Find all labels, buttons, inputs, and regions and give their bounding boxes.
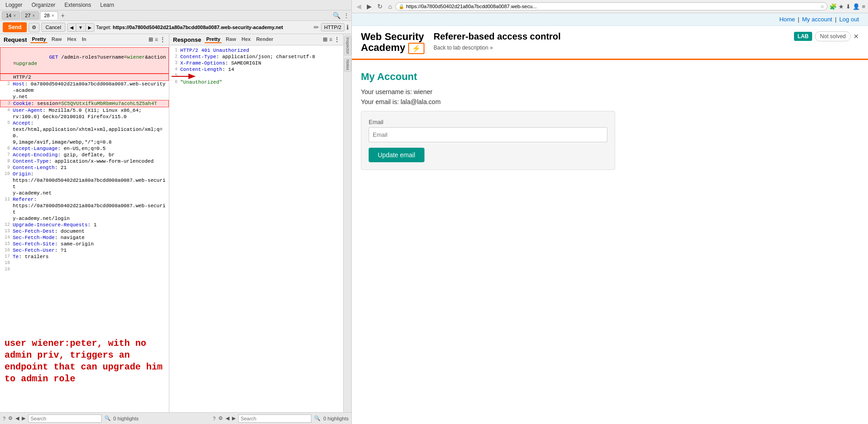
wsa-logo: Web Security Academy ⚡ [361,31,424,53]
response-tab-raw[interactable]: Raw [224,36,237,43]
request-line-accept2: text/html,application/xhtml+xml,applicat… [0,126,169,139]
right-search-icon[interactable]: 🔍 [314,415,321,421]
response-header: Response Pretty Raw Hex Render ⊞ ≡ ⋮ [169,34,343,45]
request-list-icon[interactable]: ≡ [155,36,158,43]
address-bar[interactable]: 🔒 https://0a7800d50402d21a80a7bcdd008a00… [395,2,828,10]
request-line-9: 9 Content-Length: 21 [0,165,169,171]
request-line-14: 14 Sec-Fetch-Mode: navigate [0,234,169,241]
settings-button[interactable]: ⚙ [29,23,39,32]
status-help-icon-r[interactable]: ? [213,416,216,421]
left-search-input[interactable] [28,414,101,423]
request-line-16: 16 Sec-Fetch-User: ?1 [0,247,169,254]
email-input[interactable] [369,127,607,142]
annotation-text: user wiener:peter, with no admin priv, t… [5,338,164,385]
tab-28[interactable]: 28 × [40,11,58,20]
http-version-badge: HTTP/2 [321,23,345,31]
downloads-icon[interactable]: ⬇ [846,3,851,10]
status-help-icon[interactable]: ? [3,416,5,421]
send-button[interactable]: Send [3,22,27,32]
nav-logger[interactable]: Logger [4,1,24,9]
nav-home-link[interactable]: Home [779,16,795,23]
request-line-ua2: rv:109.0) Gecko/20100101 Firefox/115.0 [0,114,169,120]
side-tools: Inspector Notes [343,34,351,412]
status-settings-icon-r[interactable]: ⚙ [218,415,223,421]
profile-icon[interactable]: 👤 [853,3,860,10]
response-wrap-icon[interactable]: ⊞ [323,36,327,43]
left-search-icon[interactable]: 🔍 [104,415,111,421]
browser-forward-button[interactable]: ▶ [365,2,374,11]
burp-suite-panel: Logger Organizer Extensions Learn 14 × 2… [0,0,352,424]
browser-home-button[interactable]: ⌂ [386,2,394,11]
close-tab-27[interactable]: × [32,13,35,18]
nav-down-button[interactable]: ▼ [76,24,86,31]
browser-panel: ◀ ▶ ↻ ⌂ 🔒 https://0a7800d50402d21a80a7bc… [352,0,868,424]
email-form-label: Email [369,119,607,125]
close-tab-28[interactable]: × [51,13,54,18]
my-account-title: My Account [361,71,859,83]
request-menu-icon[interactable]: ⋮ [160,36,165,43]
status-back-icon-r[interactable]: ◀ [226,415,229,421]
request-line-4: 4 User-Agent: Mozilla/5.0 (X11; Linux x8… [0,107,169,114]
status-forward-icon[interactable]: ▶ [22,415,25,421]
tab-14[interactable]: 14 × [2,11,20,20]
inspector-tool[interactable]: Inspector [344,36,351,55]
lab-badge: LAB [794,32,813,41]
star-icon[interactable]: ☆ [820,4,824,9]
response-list-icon[interactable]: ≡ [329,36,332,43]
add-tab-button[interactable]: + [59,12,66,19]
request-line-13: 13 Sec-Fetch-Dest: document [0,228,169,234]
browser-reload-button[interactable]: ↻ [375,2,385,11]
nav-my-account-link[interactable]: My account [802,16,832,23]
close-lab-icon[interactable]: ✕ [853,33,859,40]
request-line-host2: y.net [0,94,169,100]
response-tab-render[interactable]: Render [255,36,275,43]
notes-tool[interactable]: Notes [344,58,351,72]
nav-organizer[interactable]: Organizer [30,1,57,9]
nav-extensions[interactable]: Extensions [63,1,93,9]
request-line-6: 6 Accept-Language: en-US,en;q=0.5 [0,145,169,152]
status-back-icon[interactable]: ◀ [15,415,19,421]
request-tab-raw[interactable]: Raw [50,36,63,43]
extensions-icon[interactable]: 🧩 [829,3,837,10]
bookmarks-icon[interactable]: ★ [838,3,844,10]
tab-menu-icon[interactable]: ⋮ [343,12,350,19]
request-line-12: 12 Upgrade-Insecure-Requests: 1 [0,222,169,228]
response-tab-pretty[interactable]: Pretty [205,36,222,43]
edit-target-icon[interactable]: ✏ [314,24,319,31]
request-tab-hex[interactable]: Hex [66,36,78,43]
request-line-18: 18 [0,260,169,266]
nav-learn[interactable]: Learn [99,1,116,9]
close-tab-14[interactable]: × [13,13,16,18]
nav-log-out-link[interactable]: Log out [839,16,859,23]
target-label: Target: https://0a7800d50402d21a80a7bcdd… [96,25,312,30]
address-text: https://0a7800d50402d21a80a7bcdd008a0087… [406,4,819,9]
toolbar: Send ⚙ Cancel ◀ ▼ ▶ Target: https://0a78… [0,21,351,34]
tab-search-icon[interactable]: 🔍 [333,12,340,19]
status-settings-icon[interactable]: ⚙ [8,415,13,421]
wsa-logo-icon: ⚡ [408,43,424,54]
req-res-split: Request Pretty Raw Hex In ⊞ ≡ ⋮ [0,34,351,412]
request-wrap-icon[interactable]: ⊞ [148,36,153,43]
request-line-origin3: y-academy.net [0,190,169,196]
cancel-button[interactable]: Cancel [41,23,65,32]
request-tab-pretty[interactable]: Pretty [30,36,47,43]
response-tab-hex[interactable]: Hex [240,36,252,43]
response-code-area: 1 HTTP/2 401 Unauthorized 2 Content-Type… [169,45,343,412]
update-email-button[interactable]: Update email [369,148,424,162]
response-line-4: 4 Content-Length: 14 [169,66,343,73]
request-tab-in[interactable]: In [80,36,88,43]
nav-forward-button[interactable]: ▶ [86,24,94,31]
tab-27[interactable]: 27 × [21,11,39,20]
right-search-input[interactable] [238,414,311,423]
request-line-referer2: https://0a7800d50402d21a80a7bcdd008a0087… [0,203,169,215]
response-menu-icon[interactable]: ⋮ [334,36,340,43]
status-forward-icon-r[interactable]: ▶ [232,415,236,421]
request-line-7: 7 Accept-Encoding: gzip, deflate, br [0,152,169,158]
nav-back-button[interactable]: ◀ [68,24,76,31]
browser-back-button[interactable]: ◀ [355,2,363,11]
http-info-icon[interactable]: ℹ [346,24,349,31]
menu-icon[interactable]: ≡ [862,3,865,10]
top-nav: Logger Organizer Extensions Learn [0,0,351,10]
lock-icon: 🔒 [399,4,404,9]
wsa-back-link[interactable]: Back to lab description » [434,45,785,51]
